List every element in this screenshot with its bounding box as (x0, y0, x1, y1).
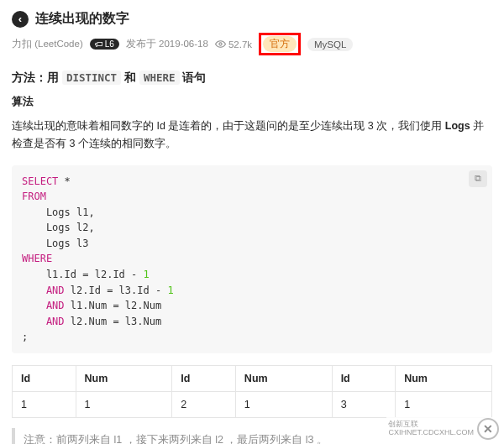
table-row: 1 1 2 1 3 1 (13, 392, 492, 418)
published-label: 发布于 2019-06-18 (126, 38, 208, 50)
th: Id (332, 366, 396, 392)
paragraph-1: 连续出现的意味着相同数字的 Id 是连着的，由于这题问的是至少连续出现 3 次，… (12, 118, 492, 154)
author-label[interactable]: 力扣 (LeetCode) (12, 38, 83, 50)
td: 1 (76, 392, 172, 418)
td: 1 (13, 392, 76, 418)
meta-bar: 力扣 (LeetCode) 🏷 L6 发布于 2019-06-18 52.7k … (12, 33, 492, 55)
svg-point-0 (219, 43, 222, 45)
algo-heading: 算法 (12, 94, 492, 109)
th: Num (76, 366, 172, 392)
tag-mysql[interactable]: MySQL (307, 38, 353, 51)
highlight-annotation: 官方 (259, 33, 301, 55)
code-kw-distinct: DISTINCT (62, 71, 121, 85)
sql-code-block: ⧉SELECT * FROM Logs l1, Logs l2, Logs l3… (12, 165, 492, 354)
td: 2 (172, 392, 236, 418)
result-table: Id Num Id Num Id Num 1 1 2 1 3 1 (12, 365, 492, 418)
code-kw-where: WHERE (139, 71, 180, 85)
td: 3 (332, 392, 396, 418)
td: 1 (396, 392, 492, 418)
td: 1 (235, 392, 332, 418)
th: Num (396, 366, 492, 392)
watermark: 创新互联 CXIHNET.CDCXHL.COM ✕ (386, 417, 501, 441)
copy-icon[interactable]: ⧉ (469, 170, 487, 187)
method-heading: 方法：用 DISTINCT 和 WHERE 语句 (12, 71, 492, 86)
page-title: 连续出现的数字 (35, 10, 129, 28)
th: Num (235, 366, 332, 392)
back-icon[interactable]: ‹ (12, 11, 29, 28)
table-header: Id Num Id Num Id Num (13, 366, 492, 392)
views-count: 52.7k (215, 39, 252, 50)
tag-official[interactable]: 官方 (263, 36, 297, 52)
th: Id (13, 366, 76, 392)
level-badge: 🏷 L6 (90, 39, 119, 50)
watermark-logo-icon: ✕ (477, 418, 499, 440)
watermark-line2: CXIHNET.CDCXHL.COM (388, 429, 474, 437)
th: Id (172, 366, 236, 392)
